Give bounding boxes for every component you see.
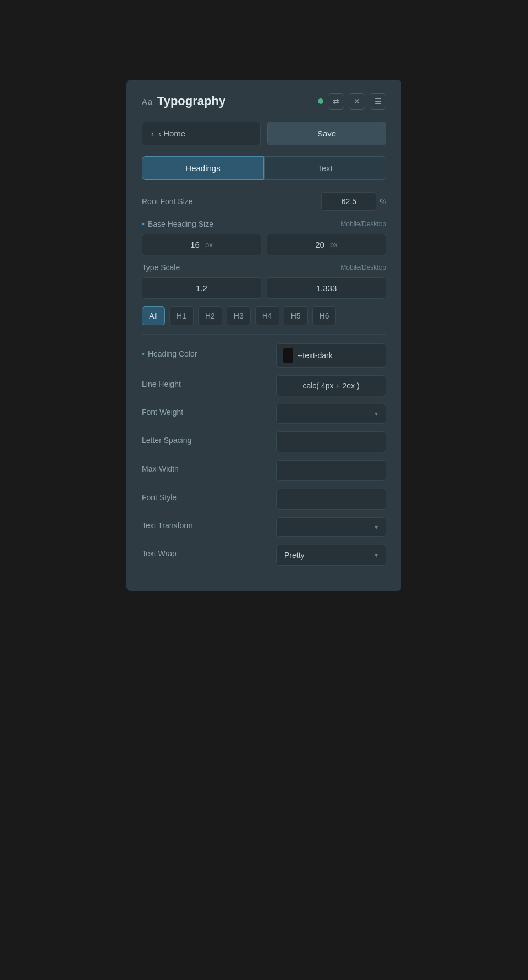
typography-icon: Aa bbox=[142, 97, 153, 106]
h-tab-h1[interactable]: H1 bbox=[169, 306, 194, 325]
typography-panel: Aa Typography ⇄ ✕ ☰ ‹ ‹ Home Save Headin… bbox=[127, 80, 402, 591]
base-heading-desktop-value: 20 bbox=[315, 240, 324, 249]
root-font-input[interactable]: 62.5 bbox=[321, 192, 376, 211]
type-scale-label: Type Scale bbox=[142, 263, 180, 272]
h-tab-h4[interactable]: H4 bbox=[255, 306, 279, 325]
font-weight-section: Font Weight ▾ bbox=[142, 404, 386, 424]
tab-row: Headings Text bbox=[142, 156, 386, 180]
save-button[interactable]: Save bbox=[267, 122, 386, 145]
font-style-section: Font Style bbox=[142, 489, 386, 510]
font-style-input[interactable] bbox=[276, 489, 386, 510]
type-scale-desktop-value: 1.333 bbox=[316, 283, 337, 293]
type-scale-inputs: 1.2 1.333 bbox=[142, 277, 386, 299]
max-width-section: Max-Width bbox=[142, 460, 386, 481]
panel-title: Typography bbox=[157, 94, 314, 108]
text-transform-dropdown[interactable]: ▾ bbox=[276, 517, 386, 537]
shuffle-icon-btn[interactable]: ⇄ bbox=[328, 93, 344, 110]
h-tab-h5[interactable]: H5 bbox=[284, 306, 308, 325]
divider-1 bbox=[142, 334, 386, 335]
font-weight-row: Font Weight ▾ bbox=[142, 404, 386, 424]
heading-color-row: Heading Color --text-dark bbox=[142, 343, 386, 368]
base-heading-inputs: 16 px 20 px bbox=[142, 234, 386, 255]
letter-spacing-row: Letter Spacing bbox=[142, 431, 386, 452]
back-arrow-icon: ‹ bbox=[151, 129, 154, 138]
home-button[interactable]: ‹ ‹ Home bbox=[142, 122, 261, 145]
close-icon-btn[interactable]: ✕ bbox=[349, 93, 365, 110]
heading-color-label: Heading Color bbox=[142, 349, 197, 358]
text-transform-section: Text Transform ▾ bbox=[142, 517, 386, 537]
h-tab-h3[interactable]: H3 bbox=[227, 306, 251, 325]
menu-icon-btn[interactable]: ☰ bbox=[370, 93, 386, 110]
root-font-unit: % bbox=[380, 198, 386, 206]
font-weight-label: Font Weight bbox=[142, 408, 183, 417]
root-font-row: Root Font Size 62.5 % bbox=[142, 192, 386, 211]
font-style-row: Font Style bbox=[142, 489, 386, 510]
base-heading-mobile-input[interactable]: 16 px bbox=[142, 234, 261, 255]
font-weight-dropdown[interactable]: ▾ bbox=[276, 404, 386, 424]
text-wrap-dropdown[interactable]: Pretty ▾ bbox=[276, 545, 386, 566]
heading-tabs: All H1 H2 H3 H4 H5 H6 bbox=[142, 306, 386, 325]
root-font-label: Root Font Size bbox=[142, 197, 193, 206]
base-heading-desktop-unit: px bbox=[330, 240, 338, 249]
root-font-value-group: 62.5 % bbox=[321, 192, 386, 211]
letter-spacing-input[interactable] bbox=[276, 431, 386, 452]
text-wrap-value: Pretty bbox=[284, 551, 305, 560]
letter-spacing-section: Letter Spacing bbox=[142, 431, 386, 452]
max-width-label: Max-Width bbox=[142, 464, 179, 473]
line-height-label: Line Height bbox=[142, 380, 181, 388]
type-scale-header: Type Scale Mobile/Desktop bbox=[142, 263, 386, 272]
color-swatch bbox=[283, 348, 293, 363]
type-scale-mobile-value: 1.2 bbox=[196, 283, 207, 293]
text-transform-row: Text Transform ▾ bbox=[142, 517, 386, 537]
letter-spacing-label: Letter Spacing bbox=[142, 436, 191, 445]
base-heading-mobile-value: 16 bbox=[190, 240, 200, 249]
max-width-input[interactable] bbox=[276, 460, 386, 481]
panel-header: Aa Typography ⇄ ✕ ☰ bbox=[142, 93, 386, 110]
heading-color-section: Heading Color --text-dark bbox=[142, 343, 386, 368]
base-heading-header: Base Heading Size Mobile/Desktop bbox=[142, 220, 386, 228]
text-wrap-label: Text Wrap bbox=[142, 549, 177, 558]
max-width-row: Max-Width bbox=[142, 460, 386, 481]
shuffle-icon: ⇄ bbox=[333, 97, 339, 106]
text-transform-arrow-icon: ▾ bbox=[375, 523, 378, 531]
font-style-label: Font Style bbox=[142, 493, 177, 502]
base-heading-label: Base Heading Size bbox=[142, 220, 213, 228]
text-wrap-arrow-icon: ▾ bbox=[375, 551, 378, 559]
type-scale-desktop-input[interactable]: 1.333 bbox=[267, 277, 386, 299]
text-transform-label: Text Transform bbox=[142, 521, 193, 530]
tab-text[interactable]: Text bbox=[264, 156, 386, 180]
line-height-row: Line Height calc( 4px + 2ex ) bbox=[142, 375, 386, 396]
heading-color-value: --text-dark bbox=[298, 351, 333, 360]
h-tab-all[interactable]: All bbox=[142, 306, 165, 325]
text-wrap-section: Text Wrap Pretty ▾ bbox=[142, 545, 386, 566]
close-icon: ✕ bbox=[354, 97, 360, 106]
menu-icon: ☰ bbox=[375, 97, 382, 106]
heading-color-input[interactable]: --text-dark bbox=[276, 343, 386, 368]
h-tab-h2[interactable]: H2 bbox=[198, 306, 222, 325]
text-wrap-row: Text Wrap Pretty ▾ bbox=[142, 545, 386, 566]
type-scale-mobile-input[interactable]: 1.2 bbox=[142, 277, 261, 299]
header-icons: ⇄ ✕ ☰ bbox=[318, 93, 386, 110]
status-dot bbox=[318, 98, 323, 104]
home-label: ‹ Home bbox=[158, 129, 185, 138]
font-weight-arrow-icon: ▾ bbox=[375, 410, 378, 418]
base-heading-desktop-input[interactable]: 20 px bbox=[267, 234, 386, 255]
base-heading-sublabel: Mobile/Desktop bbox=[340, 220, 386, 228]
tab-headings[interactable]: Headings bbox=[142, 156, 264, 180]
line-height-section: Line Height calc( 4px + 2ex ) bbox=[142, 375, 386, 396]
nav-row: ‹ ‹ Home Save bbox=[142, 122, 386, 145]
h-tab-h6[interactable]: H6 bbox=[312, 306, 337, 325]
base-heading-mobile-unit: px bbox=[205, 240, 213, 249]
type-scale-sublabel: Mobile/Desktop bbox=[340, 264, 386, 271]
line-height-input[interactable]: calc( 4px + 2ex ) bbox=[276, 375, 386, 396]
